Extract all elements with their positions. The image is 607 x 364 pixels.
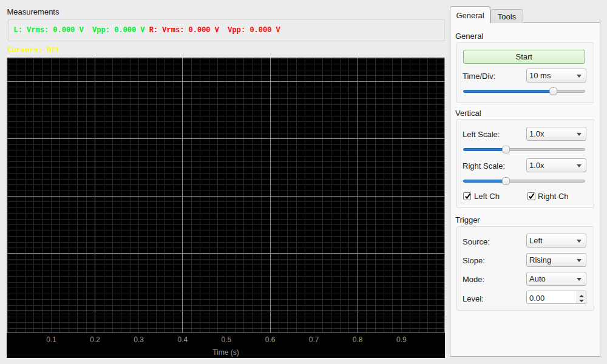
svg-text:0.9: 0.9 [396, 335, 407, 343]
svg-text:0.7: 0.7 [309, 335, 319, 343]
svg-text:0.4: 0.4 [177, 335, 188, 343]
svg-text:0.3: 0.3 [134, 335, 144, 343]
svg-text:0.5: 0.5 [222, 335, 232, 343]
svg-text:0.6: 0.6 [265, 335, 276, 343]
svg-text:Time (s): Time (s) [212, 348, 239, 357]
svg-text:0.8: 0.8 [353, 335, 363, 343]
svg-text:0.1: 0.1 [46, 335, 56, 343]
svg-text:0.2: 0.2 [90, 335, 100, 343]
